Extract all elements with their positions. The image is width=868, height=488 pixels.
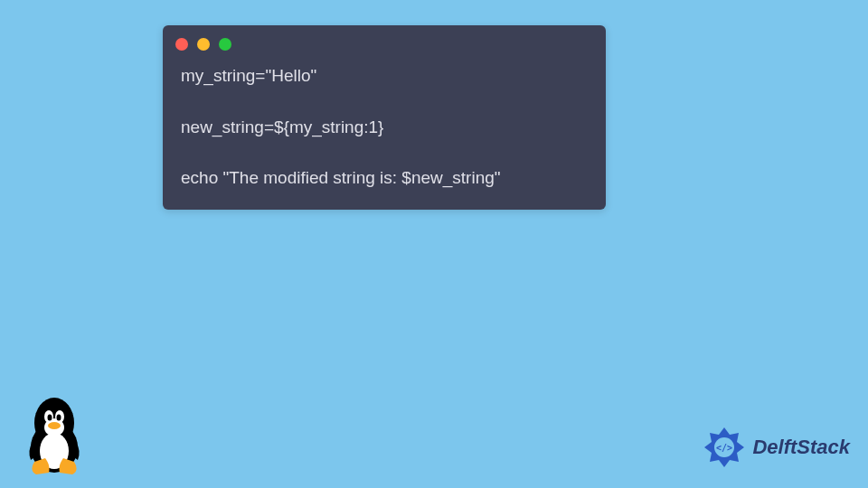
- svg-text:</>: </>: [716, 443, 732, 453]
- code-blank: [181, 140, 588, 165]
- tux-icon: [18, 391, 90, 477]
- code-line-2: new_string=${my_string:1}: [181, 115, 588, 141]
- minimize-icon: [197, 38, 210, 51]
- code-line-3: echo "The modified string is: $new_strin…: [181, 165, 588, 192]
- svg-point-6: [48, 415, 52, 421]
- svg-point-8: [48, 422, 61, 429]
- close-icon: [175, 38, 188, 51]
- maximize-icon: [219, 38, 231, 51]
- window-controls: [163, 25, 606, 58]
- delftstack-name: DelftStack: [752, 436, 850, 459]
- delftstack-logo-icon: </>: [702, 425, 747, 470]
- code-line-1: my_string="Hello": [181, 63, 588, 89]
- delftstack-brand: </> DelftStack: [702, 425, 850, 470]
- svg-point-7: [57, 415, 61, 421]
- code-window: my_string="Hello" new_string=${my_string…: [163, 25, 606, 210]
- code-blank: [181, 89, 588, 115]
- code-body: my_string="Hello" new_string=${my_string…: [163, 58, 606, 210]
